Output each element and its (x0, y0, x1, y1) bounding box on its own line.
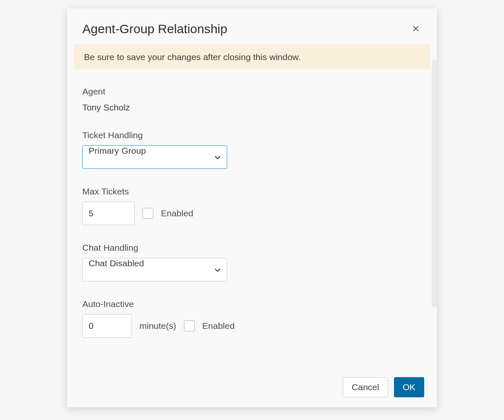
close-button[interactable] (410, 23, 422, 36)
auto-inactive-unit: minute(s) (139, 321, 176, 331)
modal-header: Agent-Group Relationship (67, 8, 437, 45)
ok-button[interactable]: OK (394, 377, 424, 397)
chat-handling-select-wrapper: Chat Disabled (82, 258, 227, 281)
max-tickets-enabled-label: Enabled (161, 208, 193, 218)
max-tickets-group: Max Tickets Enabled (82, 186, 422, 225)
agent-field-group: Agent Tony Scholz (82, 87, 422, 113)
cancel-button[interactable]: Cancel (343, 377, 388, 397)
agent-group-relationship-modal: Agent-Group Relationship Be sure to save… (67, 8, 437, 407)
max-tickets-enabled-checkbox[interactable] (142, 208, 153, 219)
modal-body: Be sure to save your changes after closi… (67, 45, 437, 372)
scrollbar[interactable] (432, 60, 437, 307)
chat-handling-label: Chat Handling (82, 243, 422, 253)
agent-name-value: Tony Scholz (82, 102, 422, 113)
chat-handling-group: Chat Handling Chat Disabled (82, 243, 422, 281)
auto-inactive-enabled-checkbox[interactable] (184, 320, 195, 331)
agent-label: Agent (82, 87, 422, 97)
modal-footer: Cancel OK (343, 377, 424, 397)
max-tickets-label: Max Tickets (82, 186, 422, 197)
save-reminder-banner: Be sure to save your changes after closi… (74, 45, 430, 70)
chat-handling-select[interactable]: Chat Disabled (82, 258, 227, 281)
auto-inactive-label: Auto-Inactive (82, 299, 422, 309)
auto-inactive-group: Auto-Inactive minute(s) Enabled (82, 299, 422, 338)
auto-inactive-input[interactable] (82, 314, 132, 338)
ticket-handling-label: Ticket Handling (82, 130, 422, 140)
ticket-handling-select-wrapper: Primary Group (82, 145, 227, 169)
max-tickets-input[interactable] (82, 202, 135, 225)
ticket-handling-select[interactable]: Primary Group (82, 145, 227, 169)
modal-title: Agent-Group Relationship (82, 22, 227, 36)
ticket-handling-group: Ticket Handling Primary Group (82, 130, 422, 169)
auto-inactive-enabled-label: Enabled (202, 321, 235, 331)
close-icon (412, 24, 420, 34)
